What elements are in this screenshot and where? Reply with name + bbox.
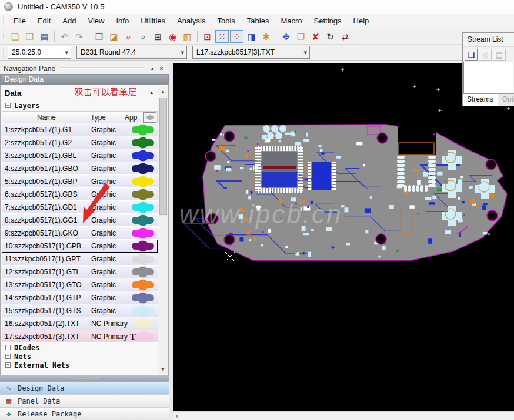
dot-grid-icon[interactable]: ⁘ (230, 30, 243, 43)
menu-utilities[interactable]: Utilities (135, 15, 171, 27)
design-data-button[interactable]: ✎Design Data (0, 381, 169, 394)
zoom-out-icon[interactable]: ⌕ (136, 30, 150, 43)
layer-row-4[interactable]: 4:szzkpcb0517(1).GBOGraphic (2, 162, 158, 175)
chevron-down-icon[interactable]: ▾ (181, 49, 184, 56)
layers-scrollbar[interactable]: ▲ ▼ (158, 87, 168, 374)
layer-color-cell[interactable] (128, 243, 158, 250)
snap-grid-icon[interactable]: ⁙ (215, 30, 229, 43)
design-data-group-header[interactable]: Design Data (0, 74, 169, 85)
delete-icon[interactable]: ✘ (309, 30, 322, 43)
menu-tools[interactable]: Tools (211, 15, 241, 27)
layer-color-cell[interactable]: T (128, 333, 158, 340)
layer-color-swatch[interactable] (132, 256, 154, 263)
canvas-horizontal-scrollbar[interactable]: ‹ (173, 411, 514, 420)
layer-color-swatch[interactable] (132, 320, 154, 327)
layer-row-7[interactable]: 7:szzkpcb0517(1).GD1Graphic (2, 201, 158, 214)
layer-color-swatch[interactable] (132, 243, 154, 250)
chevron-down-icon[interactable]: ▾ (303, 49, 307, 56)
tree-node-external-nets[interactable]: +External Nets (1, 361, 168, 369)
layer-color-cell[interactable] (128, 178, 158, 185)
layer-color-cell[interactable] (128, 230, 158, 237)
menu-macro[interactable]: Macro (275, 15, 308, 27)
layer-color-swatch[interactable] (132, 204, 154, 211)
layer-view-icon[interactable]: ❒ (92, 30, 106, 43)
release-package-button[interactable]: ❖Release Package (0, 407, 169, 420)
layer-color-cell[interactable] (128, 191, 158, 198)
layer-color-swatch[interactable] (132, 268, 154, 275)
layer-row-12[interactable]: 12:szzkpcb0517(1).GTLGraphic (2, 266, 158, 278)
film-orange-icon[interactable]: ▥ (181, 30, 194, 43)
layer-row-9[interactable]: 9:szzkpcb0517(1).GKOGraphic (2, 227, 158, 240)
layer-row-8[interactable]: 8:szzkpcb0517(1).GG1Graphic (2, 214, 158, 227)
layer-color-cell[interactable] (128, 294, 158, 301)
highlight-icon[interactable]: ✱ (259, 30, 273, 43)
menu-add[interactable]: Add (56, 15, 82, 27)
undo-icon[interactable]: ↶ (58, 30, 71, 43)
layer-color-swatch[interactable] (132, 178, 154, 185)
layer-color-swatch[interactable] (132, 126, 154, 133)
layer-color-cell[interactable] (128, 204, 158, 211)
expand-plus-icon[interactable]: + (5, 354, 11, 359)
layer-row-16[interactable]: 16:szzkpcb0517(2).TXTNC Primary (2, 317, 158, 330)
layer-color-cell[interactable] (128, 320, 158, 327)
layer-color-swatch[interactable] (132, 152, 154, 159)
open-folder-icon[interactable]: ❐ (23, 30, 36, 43)
toolbar-grip-handle[interactable] (2, 31, 5, 42)
layer-color-cell[interactable] (128, 217, 158, 224)
layer-color-swatch[interactable] (132, 217, 154, 224)
column-header-app[interactable]: App (125, 113, 143, 122)
tree-node-dcodes[interactable]: +DCodes (1, 343, 168, 352)
stream-list-box[interactable] (463, 62, 513, 93)
collapse-expander-icon[interactable]: − (5, 103, 11, 108)
layer-row-5[interactable]: 5:szzkpcb0517(1).GBPGraphic (2, 175, 158, 188)
column-header-type[interactable]: Type (91, 113, 125, 122)
layer-color-cell[interactable] (128, 307, 158, 314)
layer-row-17[interactable]: 17:szzkpcb0517(3).TXTNC PrimaryT (2, 330, 158, 343)
save-icon[interactable]: ▤ (38, 30, 51, 43)
new-stream-icon[interactable]: ❏ (465, 49, 478, 61)
dcode-combo[interactable]: D231 Round 47.4 ▾ (76, 46, 187, 59)
layer-color-cell[interactable] (128, 165, 158, 172)
pane-collapse-icon[interactable]: ▴ (148, 65, 157, 72)
tree-node-nets[interactable]: +Nets (1, 352, 168, 361)
data-collapse-icon[interactable]: ▴ (150, 89, 153, 95)
menu-settings[interactable]: Settings (308, 15, 348, 27)
layer-color-swatch[interactable] (132, 307, 154, 314)
vertical-splitter[interactable] (169, 63, 173, 420)
layer-color-swatch[interactable] (132, 294, 154, 301)
move-icon[interactable]: ✥ (279, 30, 293, 43)
panel-data-button[interactable]: ▦Panel Data (0, 394, 169, 407)
expand-plus-icon[interactable]: + (5, 345, 11, 350)
pane-splitter-handle[interactable]: ∙∙∙∙∙∙∙∙∙∙∙ (0, 375, 169, 381)
mirror-icon[interactable]: ⇄ (338, 30, 352, 43)
pane-close-icon[interactable]: ✕ (157, 65, 166, 72)
layer-color-swatch[interactable] (132, 165, 154, 172)
layer-row-11[interactable]: 11:szzkpcb0517(1).GPTGraphic (2, 253, 158, 266)
scroll-up-icon[interactable]: ▲ (158, 87, 168, 96)
menu-file[interactable]: File (8, 15, 32, 27)
copy-icon[interactable]: ❐ (294, 30, 308, 43)
layer-color-swatch[interactable] (132, 139, 154, 146)
new-file-icon[interactable]: ❏ (8, 30, 22, 43)
layer-row-2[interactable]: 2:szzkpcb0517(1).G2Graphic (2, 136, 158, 149)
active-layer-combo[interactable]: L17:szzkpcb0517[3].TXT ▾ (192, 46, 310, 59)
layer-color-cell[interactable] (128, 139, 158, 146)
grid-combo[interactable]: 25.0:25.0 ▾ (8, 46, 71, 59)
menu-grip-handle[interactable] (2, 16, 5, 25)
clear-redraw-icon[interactable]: ◪ (107, 30, 121, 43)
aperture-header-button[interactable] (143, 112, 156, 123)
layer-row-1[interactable]: 1:szzkpcb0517(1).G1Graphic (2, 123, 158, 136)
layer-row-14[interactable]: 14:szzkpcb0517(1).GTPGraphic (2, 291, 158, 304)
layer-color-cell[interactable] (128, 152, 158, 159)
tree-node-layers[interactable]: − Layers (1, 100, 168, 111)
scroll-down-icon[interactable]: ▼ (158, 365, 168, 374)
expand-plus-icon[interactable]: + (5, 362, 11, 368)
chevron-down-icon[interactable]: ▾ (65, 49, 68, 56)
menu-tables[interactable]: Tables (241, 15, 275, 27)
zoom-in-icon[interactable]: ⌕ (122, 30, 135, 43)
pane-drag-stripes[interactable] (59, 67, 144, 70)
board-outline-icon[interactable]: ⊡ (201, 30, 214, 43)
color-layers-icon[interactable]: ◨ (245, 30, 258, 43)
layer-row-6[interactable]: 6:szzkpcb0517(1).GBSGraphic (2, 188, 158, 201)
tab-streams[interactable]: Streams (463, 94, 498, 106)
